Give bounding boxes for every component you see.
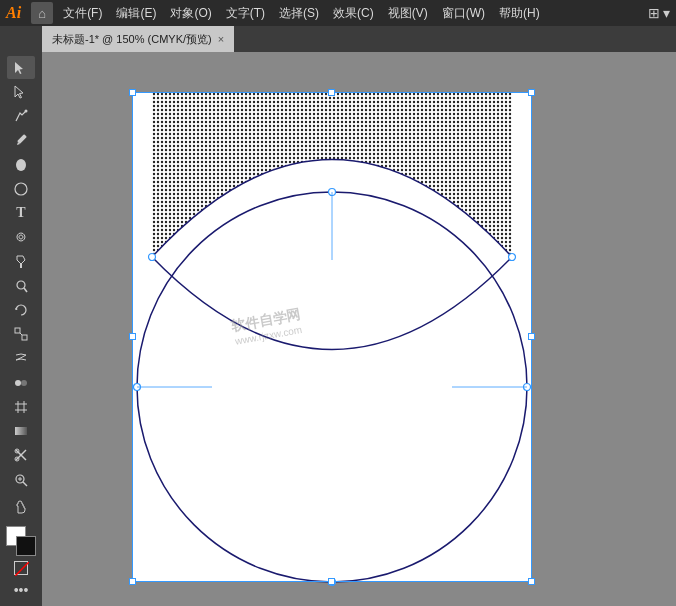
type-tool-button[interactable]: T (7, 201, 35, 224)
scale-tool-button[interactable] (7, 323, 35, 346)
zoom-tool-button[interactable] (7, 468, 35, 492)
color-extras (14, 561, 28, 575)
home-button[interactable]: ⌂ (31, 2, 53, 24)
svg-line-8 (24, 288, 27, 292)
pen-tool-button[interactable] (7, 104, 35, 127)
svg-rect-3 (17, 134, 27, 144)
svg-point-2 (25, 110, 28, 113)
blob-brush-tool-button[interactable] (7, 153, 35, 176)
eyedropper-tool-button[interactable] (7, 274, 35, 297)
svg-point-7 (17, 281, 25, 289)
home-icon: ⌂ (38, 6, 46, 21)
menu-file[interactable]: 文件(F) (57, 3, 108, 24)
svg-point-12 (15, 380, 21, 386)
tab-bar: 未标题-1* @ 150% (CMYK/预览) × (0, 26, 676, 52)
pencil-tool-button[interactable] (7, 129, 35, 152)
select-tool-button[interactable] (7, 56, 35, 79)
left-toolbar: T (0, 52, 42, 606)
spiral-tool-button[interactable] (7, 226, 35, 249)
ellipse-tool-button[interactable] (7, 177, 35, 200)
menu-view[interactable]: 视图(V) (382, 3, 434, 24)
svg-point-32 (329, 579, 336, 586)
gradient-tool-button[interactable] (7, 420, 35, 443)
menu-window[interactable]: 窗口(W) (436, 3, 491, 24)
blend-tool-button[interactable] (7, 371, 35, 394)
svg-marker-0 (15, 62, 23, 74)
fill-stroke-indicator[interactable] (6, 526, 36, 556)
menu-edit[interactable]: 编辑(E) (110, 3, 162, 24)
color-controls: ••• (6, 468, 36, 606)
direct-select-tool-button[interactable] (7, 80, 35, 103)
canvas-area[interactable]: 软件自学网 www.rjzxw.com (42, 52, 676, 606)
rotate-tool-button[interactable] (7, 298, 35, 321)
svg-point-6 (15, 183, 27, 195)
svg-point-39 (509, 254, 516, 261)
menu-type[interactable]: 文字(T) (220, 3, 271, 24)
paint-bucket-tool-button[interactable] (7, 250, 35, 273)
warp-tool-button[interactable] (7, 347, 35, 370)
menu-bar: 文件(F) 编辑(E) 对象(O) 文字(T) 选择(S) 效果(C) 视图(V… (57, 3, 644, 24)
menu-object[interactable]: 对象(O) (164, 3, 217, 24)
app-logo: Ai (6, 4, 21, 22)
workspace-dropdown-arrow: ▾ (663, 5, 670, 21)
menu-help[interactable]: 帮助(H) (493, 3, 546, 24)
svg-rect-18 (15, 427, 27, 435)
tab-close-button[interactable]: × (218, 33, 224, 45)
hand-tool-button[interactable] (7, 495, 35, 519)
scissors-tool-button[interactable] (7, 444, 35, 467)
none-icon[interactable] (14, 561, 28, 575)
svg-line-27 (15, 562, 29, 576)
svg-point-13 (21, 380, 27, 386)
svg-point-5 (16, 159, 26, 171)
more-tools-button[interactable]: ••• (14, 582, 29, 598)
stroke-box[interactable] (16, 536, 36, 556)
menu-select[interactable]: 选择(S) (273, 3, 325, 24)
svg-line-24 (23, 482, 27, 486)
artwork-svg (132, 92, 532, 582)
workspace-switcher[interactable]: ⊞ ▾ (648, 5, 670, 21)
menu-effect[interactable]: 效果(C) (327, 3, 380, 24)
main-layout: T (0, 52, 676, 606)
mesh-tool-button[interactable] (7, 395, 35, 418)
svg-rect-10 (22, 335, 27, 340)
svg-marker-1 (15, 86, 23, 98)
title-bar: Ai ⌂ 文件(F) 编辑(E) 对象(O) 文字(T) 选择(S) 效果(C)… (0, 0, 676, 26)
svg-rect-9 (15, 328, 20, 333)
document-tab[interactable]: 未标题-1* @ 150% (CMYK/预览) × (42, 26, 234, 52)
svg-line-11 (20, 333, 22, 335)
tab-label: 未标题-1* @ 150% (CMYK/预览) (52, 32, 212, 47)
grid-icon: ⊞ (648, 5, 660, 21)
svg-point-38 (149, 254, 156, 261)
